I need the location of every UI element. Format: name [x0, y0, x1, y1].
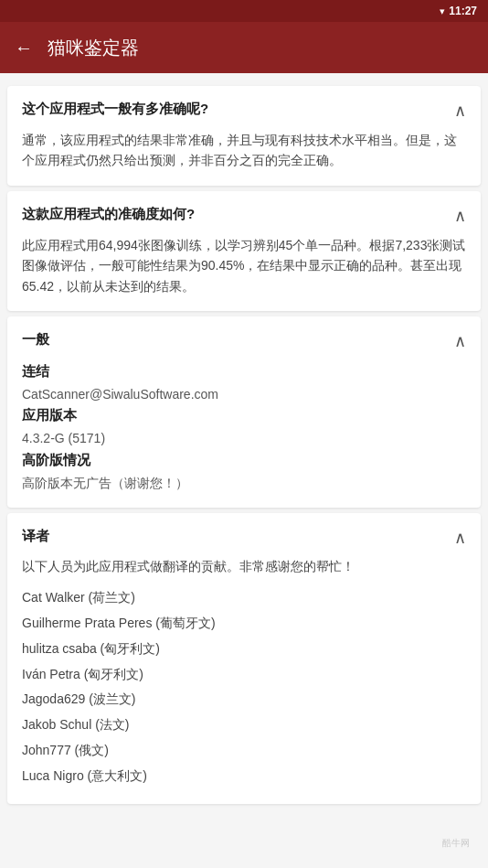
section-title-accuracy-general: 这个应用程式一般有多准确呢?: [22, 101, 454, 118]
chevron-up-icon-accuracy-detail: ∧: [454, 206, 466, 226]
section-body-translators: 以下人员为此应用程式做翻译的贡献。非常感谢您的帮忙！ Cat Walker (荷…: [22, 557, 466, 788]
field-label-connection: 连结: [22, 360, 466, 382]
watermark: 酷牛网: [442, 834, 470, 850]
field-value-connection: CatScanner@SiwaluSoftware.com: [22, 384, 466, 404]
translator-item-2: hulitza csaba (匈牙利文): [22, 637, 466, 662]
section-title-general: 一般: [22, 331, 454, 348]
section-header-accuracy-detail[interactable]: 这款应用程式的准确度如何? ∧: [22, 206, 466, 226]
section-body-accuracy-general: 通常，该应用程式的结果非常准确，并且与现有科技技术水平相当。但是，这个应用程式仍…: [22, 130, 466, 171]
section-title-translators: 译者: [22, 528, 454, 545]
section-header-general[interactable]: 一般 ∧: [22, 331, 466, 351]
translator-item-6: John777 (俄文): [22, 738, 466, 764]
field-label-premium: 高阶版情况: [22, 449, 466, 471]
field-value-premium: 高阶版本无广告（谢谢您！）: [22, 473, 466, 493]
field-value-version: 4.3.2-G (5171): [22, 428, 466, 448]
section-title-accuracy-detail: 这款应用程式的准确度如何?: [22, 206, 454, 223]
translator-item-1: Guilherme Prata Peres (葡萄牙文): [22, 611, 466, 637]
status-bar: ▾ 11:27: [0, 0, 488, 22]
toolbar: ← 猫咪鉴定器: [0, 22, 488, 73]
translator-intro: 以下人员为此应用程式做翻译的贡献。非常感谢您的帮忙！: [22, 557, 466, 576]
chevron-up-icon-accuracy-general: ∧: [454, 101, 466, 121]
status-icons: ▾ 11:27: [440, 5, 477, 17]
section-body-accuracy-detail: 此应用程式用64,994张图像训练，以学习辨别45个单一品种。根据7,233张测…: [22, 235, 466, 296]
watermark-text: 酷牛网: [442, 838, 470, 848]
chevron-up-icon-translators: ∧: [454, 528, 466, 548]
translator-item-7: Luca Nigro (意大利文): [22, 764, 466, 789]
card-translators: 译者 ∧ 以下人员为此应用程式做翻译的贡献。非常感谢您的帮忙！ Cat Walk…: [7, 513, 481, 803]
field-connection: 连结 CatScanner@SiwaluSoftware.com: [22, 360, 466, 404]
card-accuracy-general: 这个应用程式一般有多准确呢? ∧ 通常，该应用程式的结果非常准确，并且与现有科技…: [7, 86, 481, 186]
page-title: 猫咪鉴定器: [48, 36, 139, 60]
back-button[interactable]: ←: [15, 38, 33, 59]
wifi-icon: ▾: [440, 5, 445, 17]
chevron-up-icon-general: ∧: [454, 331, 466, 351]
field-label-version: 应用版本: [22, 404, 466, 426]
section-header-accuracy-general[interactable]: 这个应用程式一般有多准确呢? ∧: [22, 101, 466, 121]
section-body-general: 连结 CatScanner@SiwaluSoftware.com 应用版本 4.…: [22, 360, 466, 493]
card-general: 一般 ∧ 连结 CatScanner@SiwaluSoftware.com 应用…: [7, 316, 481, 508]
translator-item-0: Cat Walker (荷兰文): [22, 585, 466, 611]
card-accuracy-detail: 这款应用程式的准确度如何? ∧ 此应用程式用64,994张图像训练，以学习辨别4…: [7, 191, 481, 311]
translator-item-3: Iván Petra (匈牙利文): [22, 662, 466, 688]
field-premium: 高阶版情况 高阶版本无广告（谢谢您！）: [22, 449, 466, 493]
translator-item-4: Jagoda629 (波兰文): [22, 687, 466, 713]
time-display: 11:27: [449, 5, 477, 17]
translator-item-5: Jakob Schul (法文): [22, 713, 466, 738]
field-version: 应用版本 4.3.2-G (5171): [22, 404, 466, 448]
content-area: 这个应用程式一般有多准确呢? ∧ 通常，该应用程式的结果非常准确，并且与现有科技…: [0, 73, 488, 817]
section-header-translators[interactable]: 译者 ∧: [22, 528, 466, 548]
